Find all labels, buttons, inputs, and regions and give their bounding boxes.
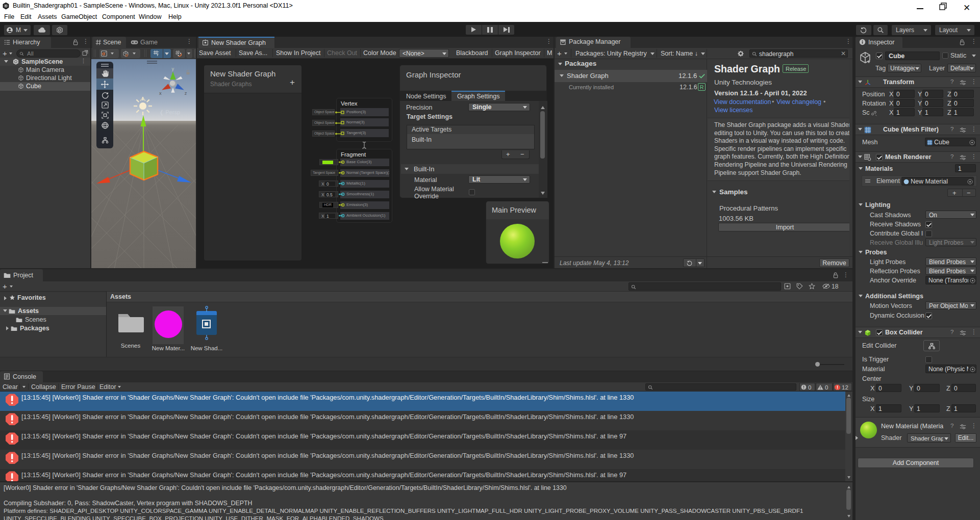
svg-text:z: z <box>185 91 187 96</box>
svg-text:x: x <box>159 91 162 96</box>
svg-text:y: y <box>171 66 174 71</box>
svg-text:Y: Y <box>157 53 159 57</box>
